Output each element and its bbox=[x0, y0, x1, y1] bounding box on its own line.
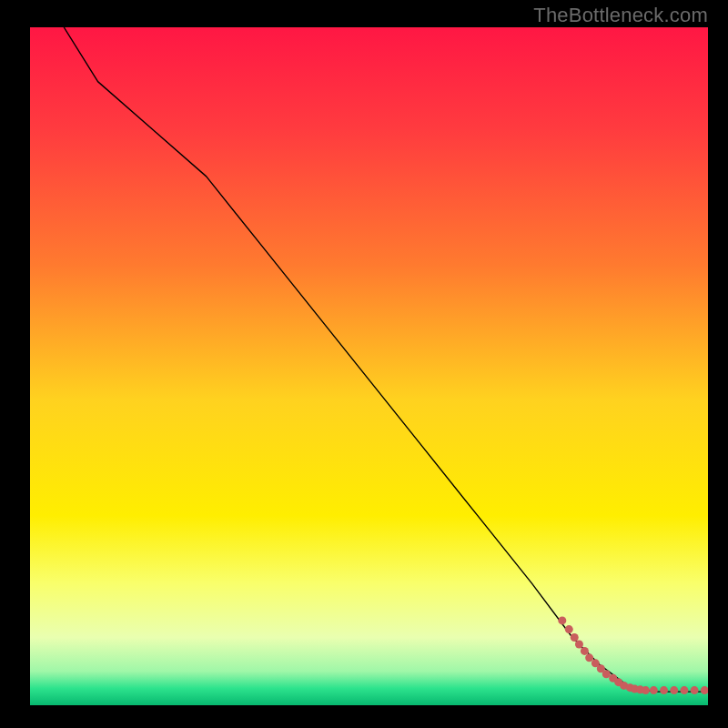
marker-point bbox=[571, 633, 579, 642]
marker-point bbox=[691, 686, 699, 694]
chart-frame: TheBottleneck.com bbox=[0, 0, 728, 728]
marker-point bbox=[642, 686, 650, 694]
marker-point bbox=[660, 686, 668, 694]
marker-point bbox=[680, 686, 688, 694]
marker-point bbox=[650, 686, 658, 694]
chart-svg bbox=[30, 27, 708, 705]
chart-background bbox=[30, 27, 708, 705]
marker-point bbox=[670, 686, 678, 694]
marker-point bbox=[558, 616, 566, 624]
chart-plot-area bbox=[30, 27, 708, 705]
marker-point bbox=[565, 625, 573, 633]
marker-point bbox=[575, 640, 583, 648]
watermark-text: TheBottleneck.com bbox=[533, 4, 708, 27]
marker-point bbox=[585, 653, 593, 662]
marker-point bbox=[581, 647, 589, 655]
